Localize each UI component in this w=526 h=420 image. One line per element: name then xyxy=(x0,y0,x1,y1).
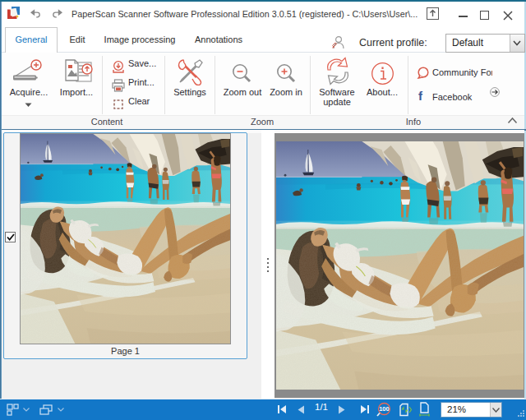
svg-text:100: 100 xyxy=(379,405,390,413)
